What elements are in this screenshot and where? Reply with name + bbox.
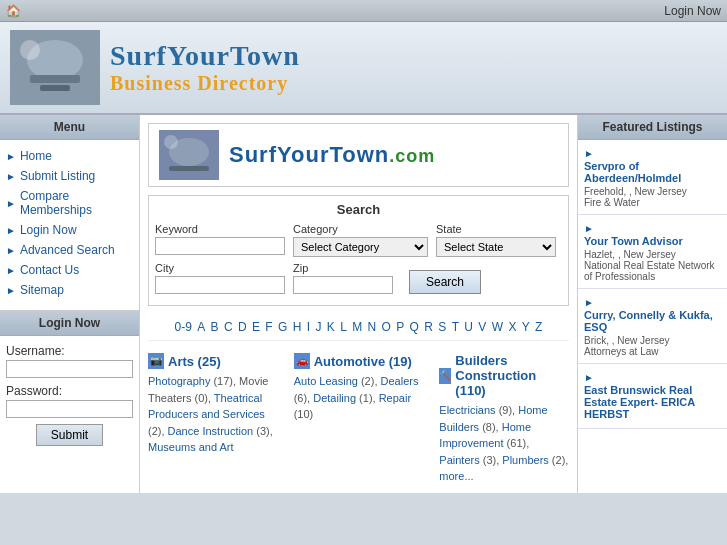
alpha-nav-item-o[interactable]: O — [382, 320, 391, 334]
sidebar-item-home[interactable]: ► Home — [4, 146, 135, 166]
cat-item-auto-leasing[interactable]: Auto Leasing — [294, 375, 358, 387]
alpha-nav-item-c[interactable]: C — [224, 320, 233, 334]
category-field-container: Category Select Category Arts Automotive… — [293, 223, 428, 257]
cat-item-dance[interactable]: Dance Instruction — [168, 425, 254, 437]
featured-bullet-3: ► — [584, 297, 594, 308]
cat-builders: 🔨 Builders Construction (110) Electricia… — [439, 353, 569, 485]
sidebar-item-submit-listing[interactable]: ► Submit Listing — [4, 166, 135, 186]
sidebar-item-sitemap[interactable]: ► Sitemap — [4, 280, 135, 300]
arrow-icon: ► — [6, 171, 16, 182]
alpha-nav-item-r[interactable]: R — [424, 320, 433, 334]
zip-label: Zip — [293, 262, 393, 274]
featured-listing-3-location: Brick, , New Jersey — [584, 335, 721, 346]
alpha-nav-item-k[interactable]: K — [327, 320, 335, 334]
alpha-nav-item-v[interactable]: V — [478, 320, 486, 334]
cat-builders-icon: 🔨 — [439, 368, 451, 384]
alpha-nav-item-w[interactable]: W — [492, 320, 503, 334]
cat-item-painters[interactable]: Painters — [439, 454, 479, 466]
cat-item-detailing[interactable]: Detailing — [313, 392, 356, 404]
cat-auto-title: 🚗 Automotive (19) — [294, 353, 424, 369]
search-button[interactable]: Search — [409, 270, 481, 294]
submit-button[interactable]: Submit — [36, 424, 103, 446]
zip-input[interactable] — [293, 276, 393, 294]
alpha-nav-item-l[interactable]: L — [340, 320, 347, 334]
alpha-nav-item-q[interactable]: Q — [410, 320, 419, 334]
cat-auto-link[interactable]: Automotive (19) — [314, 354, 412, 369]
home-icon[interactable]: 🏠 — [6, 4, 21, 18]
sidebar-item-contact-us[interactable]: ► Contact Us — [4, 260, 135, 280]
cat-item-repair[interactable]: Repair — [379, 392, 411, 404]
state-select[interactable]: Select State New Jersey New York Califor… — [436, 237, 556, 257]
site-title-line2: Business Directory — [110, 72, 300, 95]
alpha-nav-item-i[interactable]: I — [307, 320, 310, 334]
header: SurfYourTown Business Directory — [0, 22, 727, 115]
cat-arts: 📷 Arts (25) Photography (17), Movie Thea… — [148, 353, 278, 485]
alpha-nav-item-a[interactable]: A — [197, 320, 205, 334]
featured-bullet-1: ► — [584, 148, 594, 159]
cat-item-dealers[interactable]: Dealers — [381, 375, 419, 387]
state-label: State — [436, 223, 556, 235]
featured-listing-1-category: Fire & Water — [584, 197, 721, 208]
sidebar-item-sitemap-label: Sitemap — [20, 283, 64, 297]
sidebar-item-login-now[interactable]: ► Login Now — [4, 220, 135, 240]
sidebar-item-contact-label: Contact Us — [20, 263, 79, 277]
cat-arts-link[interactable]: Arts (25) — [168, 354, 221, 369]
city-label: City — [155, 262, 285, 274]
featured-listing-3-category: Attorneys at Law — [584, 346, 721, 357]
cat-arts-title: 📷 Arts (25) — [148, 353, 278, 369]
featured-listing-2-location: Hazlet, , New Jersey — [584, 249, 721, 260]
alpha-nav-item-t[interactable]: T — [452, 320, 459, 334]
login-form: Username: Password: Submit — [0, 336, 139, 454]
search-section: Search Keyword Category Select Category … — [148, 195, 569, 306]
featured-listing-2-name[interactable]: Your Town Advisor — [584, 235, 721, 247]
login-now-top-link[interactable]: Login Now — [664, 4, 721, 18]
syt-banner-text: SurfYourTown.com — [229, 142, 435, 168]
cat-item-museums[interactable]: Museums and Art — [148, 441, 234, 453]
alpha-nav-item-m[interactable]: M — [352, 320, 362, 334]
city-input[interactable] — [155, 276, 285, 294]
alpha-nav-item-h[interactable]: H — [293, 320, 302, 334]
cat-item-more[interactable]: more... — [439, 470, 473, 482]
svg-point-8 — [164, 135, 178, 149]
category-select[interactable]: Select Category Arts Automotive Builders… — [293, 237, 428, 257]
cat-auto-items: Auto Leasing (2), Dealers (6), Detailing… — [294, 373, 424, 423]
alpha-nav-item-f[interactable]: F — [265, 320, 272, 334]
keyword-input[interactable] — [155, 237, 285, 255]
alpha-nav-item-09[interactable]: 0-9 — [175, 320, 192, 334]
city-field-container: City — [155, 262, 285, 294]
arrow-icon: ► — [6, 198, 16, 209]
categories-grid: 📷 Arts (25) Photography (17), Movie Thea… — [148, 349, 569, 485]
username-label: Username: — [6, 344, 133, 358]
sidebar-item-advanced-label: Advanced Search — [20, 243, 115, 257]
alpha-nav-item-g[interactable]: G — [278, 320, 287, 334]
cat-item-electricians[interactable]: Electricians — [439, 404, 495, 416]
username-input[interactable] — [6, 360, 133, 378]
alpha-nav-item-y[interactable]: Y — [522, 320, 530, 334]
alpha-nav-item-j[interactable]: J — [315, 320, 321, 334]
cat-item-photography[interactable]: Photography — [148, 375, 210, 387]
featured-listing-3-name[interactable]: Curry, Connelly & Kukfa, ESQ — [584, 309, 721, 333]
featured-listing-4-name[interactable]: East Brunswick Real Estate Expert- ERICA… — [584, 384, 721, 420]
alpha-nav-item-d[interactable]: D — [238, 320, 247, 334]
alpha-nav-item-u[interactable]: U — [464, 320, 473, 334]
cat-item-theatrical[interactable]: Theatrical Producers and Services — [148, 392, 265, 421]
alpha-nav-item-x[interactable]: X — [508, 320, 516, 334]
menu-title: Menu — [0, 115, 139, 140]
alpha-nav-item-s[interactable]: S — [438, 320, 446, 334]
alpha-nav-item-p[interactable]: P — [396, 320, 404, 334]
cat-builders-title: 🔨 Builders Construction (110) — [439, 353, 569, 398]
banner-name: SurfYourTown — [229, 142, 389, 167]
center-content: SurfYourTown.com Search Keyword Category… — [140, 115, 577, 493]
header-title: SurfYourTown Business Directory — [110, 40, 300, 95]
featured-listing-1-name[interactable]: Servpro of Aberdeen/Holmdel — [584, 160, 721, 184]
sidebar-item-advanced-search[interactable]: ► Advanced Search — [4, 240, 135, 260]
alpha-nav-item-e[interactable]: E — [252, 320, 260, 334]
alpha-nav-item-z[interactable]: Z — [535, 320, 542, 334]
alpha-nav-item-n[interactable]: N — [368, 320, 377, 334]
cat-builders-link[interactable]: Builders Construction (110) — [455, 353, 569, 398]
alpha-nav-item-b[interactable]: B — [211, 320, 219, 334]
password-input[interactable] — [6, 400, 133, 418]
sidebar-item-compare-memberships[interactable]: ► Compare Memberships — [4, 186, 135, 220]
cat-item-plumbers[interactable]: Plumbers — [502, 454, 548, 466]
sidebar: Menu ► Home ► Submit Listing ► Compare M… — [0, 115, 140, 493]
